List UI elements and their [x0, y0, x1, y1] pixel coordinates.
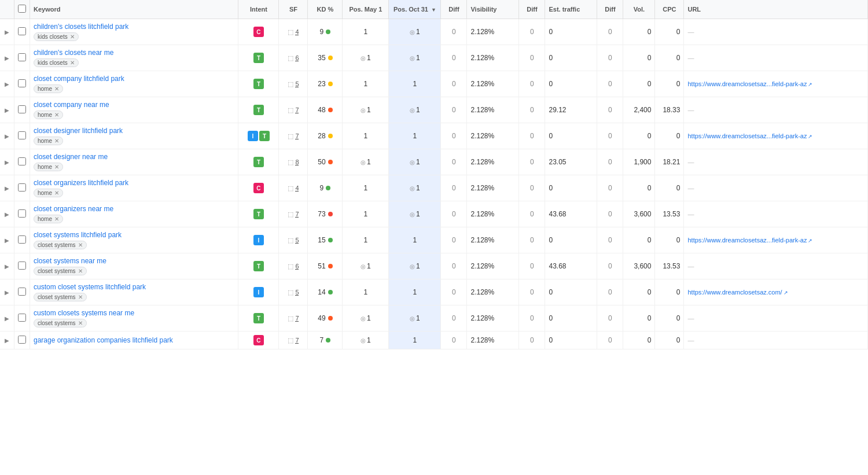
keyword-link[interactable]: closet company litchfield park — [34, 75, 234, 83]
expand-button[interactable]: ▶ — [3, 288, 10, 297]
row-checkbox[interactable] — [18, 209, 26, 218]
checkbox-cell[interactable] — [14, 123, 30, 149]
tag[interactable]: home ✕ — [34, 215, 63, 223]
tag-remove[interactable]: ✕ — [70, 34, 75, 40]
keyword-link[interactable]: closet organizers near me — [34, 205, 234, 213]
expand-button[interactable]: ▶ — [3, 54, 10, 62]
tag[interactable]: home ✕ — [34, 163, 63, 171]
row-checkbox[interactable] — [18, 262, 26, 270]
col-est-traffic[interactable]: Est. traffic — [545, 0, 597, 19]
keyword-link[interactable]: children's closets near me — [34, 49, 234, 57]
keyword-link[interactable]: closet organizers litchfield park — [34, 179, 234, 187]
checkbox-cell[interactable] — [14, 279, 30, 305]
expand-button[interactable]: ▶ — [3, 184, 10, 193]
expand-button[interactable]: ▶ — [3, 262, 10, 271]
expand-cell[interactable]: ▶ — [0, 123, 14, 149]
checkbox-cell[interactable] — [14, 149, 30, 175]
checkbox-cell[interactable] — [14, 201, 30, 227]
row-checkbox[interactable] — [18, 235, 26, 244]
url-link[interactable]: https://www.dreamclosetsaz...field-park-… — [687, 132, 807, 139]
row-checkbox[interactable] — [18, 53, 26, 61]
expand-cell[interactable]: ▶ — [0, 175, 14, 201]
row-checkbox[interactable] — [18, 288, 26, 296]
tag[interactable]: closet systems ✕ — [34, 293, 87, 301]
checkbox-cell[interactable] — [14, 71, 30, 97]
expand-cell[interactable]: ▶ — [0, 45, 14, 71]
tag-remove[interactable]: ✕ — [70, 60, 75, 66]
expand-button[interactable]: ▶ — [3, 314, 10, 323]
tag-remove[interactable]: ✕ — [54, 190, 59, 196]
keyword-link[interactable]: closet systems litchfield park — [34, 231, 234, 239]
row-checkbox[interactable] — [18, 336, 26, 344]
tag-remove[interactable]: ✕ — [54, 164, 59, 170]
keyword-link[interactable]: closet designer near me — [34, 153, 234, 161]
col-cpc[interactable]: CPC — [655, 0, 684, 19]
tag-remove[interactable]: ✕ — [54, 112, 59, 118]
expand-cell[interactable]: ▶ — [0, 305, 14, 332]
keyword-link[interactable]: closet systems near me — [34, 257, 234, 265]
col-pos-may[interactable]: Pos. May 1 — [343, 0, 389, 19]
tag[interactable]: kids closets ✕ — [34, 32, 79, 41]
expand-button[interactable]: ▶ — [3, 336, 10, 345]
url-link[interactable]: https://www.dreamclosetsaz.com/ — [687, 289, 782, 296]
expand-cell[interactable]: ▶ — [0, 227, 14, 253]
keyword-link[interactable]: garage organization companies litchfield… — [34, 336, 234, 344]
tag[interactable]: kids closets ✕ — [34, 58, 79, 67]
tag[interactable]: closet systems ✕ — [34, 241, 87, 249]
tag-remove[interactable]: ✕ — [78, 294, 83, 300]
expand-cell[interactable]: ▶ — [0, 19, 14, 45]
tag[interactable]: home ✕ — [34, 137, 63, 145]
row-checkbox[interactable] — [18, 27, 26, 35]
tag-remove[interactable]: ✕ — [78, 268, 83, 274]
col-visibility[interactable]: Visibility — [467, 0, 519, 19]
expand-button[interactable]: ▶ — [3, 28, 10, 36]
col-keyword[interactable]: Keyword — [30, 0, 238, 19]
tag-remove[interactable]: ✕ — [78, 242, 83, 248]
expand-cell[interactable]: ▶ — [0, 279, 14, 305]
keyword-link[interactable]: children's closets litchfield park — [34, 23, 234, 31]
checkbox-cell[interactable] — [14, 305, 30, 332]
row-checkbox[interactable] — [18, 183, 26, 192]
col-pos-oct[interactable]: Pos. Oct 31 ▼ — [389, 0, 441, 19]
col-kd[interactable]: KD % — [308, 0, 343, 19]
checkbox-cell[interactable] — [14, 253, 30, 279]
expand-button[interactable]: ▶ — [3, 236, 10, 245]
expand-cell[interactable]: ▶ — [0, 149, 14, 175]
checkbox-cell[interactable] — [14, 227, 30, 253]
checkbox-cell[interactable] — [14, 175, 30, 201]
tag[interactable]: home ✕ — [34, 111, 63, 119]
row-checkbox[interactable] — [18, 314, 26, 322]
tag[interactable]: home ✕ — [34, 84, 63, 93]
tag-remove[interactable]: ✕ — [54, 138, 59, 144]
row-checkbox[interactable] — [18, 131, 26, 139]
expand-button[interactable]: ▶ — [3, 80, 10, 89]
expand-button[interactable]: ▶ — [3, 106, 10, 115]
tag[interactable]: home ✕ — [34, 189, 63, 197]
expand-cell[interactable]: ▶ — [0, 332, 14, 349]
checkbox-cell[interactable] — [14, 19, 30, 45]
row-checkbox[interactable] — [18, 105, 26, 113]
keyword-link[interactable]: custom closets systems near me — [34, 309, 234, 317]
tag-remove[interactable]: ✕ — [54, 216, 59, 222]
expand-button[interactable]: ▶ — [3, 158, 10, 167]
tag[interactable]: closet systems ✕ — [34, 267, 87, 275]
col-vol[interactable]: Vol. — [623, 0, 655, 19]
row-checkbox[interactable] — [18, 79, 26, 87]
checkbox-cell[interactable] — [14, 45, 30, 71]
keyword-link[interactable]: closet company near me — [34, 101, 234, 109]
checkbox-cell[interactable] — [14, 97, 30, 123]
checkbox-cell[interactable] — [14, 332, 30, 349]
tag[interactable]: closet systems ✕ — [34, 319, 87, 327]
keyword-link[interactable]: closet designer litchfield park — [34, 127, 234, 135]
expand-cell[interactable]: ▶ — [0, 71, 14, 97]
keyword-link[interactable]: custom closet systems litchfield park — [34, 283, 234, 291]
expand-button[interactable]: ▶ — [3, 210, 10, 219]
row-checkbox[interactable] — [18, 157, 26, 165]
url-link[interactable]: https://www.dreamclosetsaz...field-park-… — [687, 80, 807, 87]
tag-remove[interactable]: ✕ — [54, 86, 59, 92]
select-all-checkbox[interactable] — [18, 5, 26, 13]
expand-cell[interactable]: ▶ — [0, 201, 14, 227]
url-link[interactable]: https://www.dreamclosetsaz...field-park-… — [687, 237, 807, 244]
expand-cell[interactable]: ▶ — [0, 97, 14, 123]
tag-remove[interactable]: ✕ — [78, 320, 83, 326]
